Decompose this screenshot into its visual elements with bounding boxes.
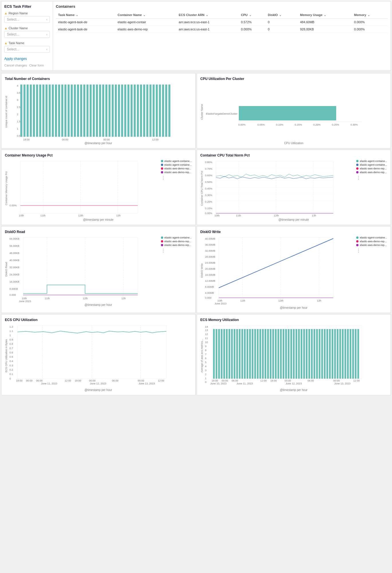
bar-item: [71, 85, 73, 137]
bar-item: [124, 85, 126, 137]
dr-y-32: 32.00KB: [9, 266, 19, 269]
bar-item: [121, 85, 123, 137]
clear-form-button[interactable]: Clear form: [29, 63, 44, 68]
region-select[interactable]: Select... ›: [4, 16, 50, 23]
bar-item: [61, 85, 63, 137]
col-cpu[interactable]: CPU ⌄: [239, 11, 266, 19]
dw-x-10: 10th: [217, 299, 222, 302]
x-12th: 12th: [78, 214, 83, 217]
ec-y-02: 0.2: [9, 368, 13, 371]
em-bar-item: [334, 329, 336, 379]
cluster-filter-group: ▲ Cluster Name Select... ›: [4, 26, 50, 38]
ec-y-10: 1: [9, 334, 11, 337]
container-memory-y-label: Container Memory Usage Pct: [5, 160, 8, 217]
dw-x-june: June 2023: [214, 302, 226, 305]
x3: 0.15%: [295, 123, 302, 126]
em-y-3: 3: [205, 369, 206, 372]
em-y-0: 0: [205, 381, 206, 384]
col-memory-usage[interactable]: Memory Usage ⌄: [298, 11, 352, 19]
ec-y-12: 1.2: [9, 325, 13, 328]
y-zero-label: 0.00%: [9, 204, 17, 207]
legend-dot-4: [161, 171, 163, 173]
em-y-10: 10: [205, 341, 208, 344]
cpu-norm-line-blue: [216, 176, 333, 179]
ecs-cpu-y-label: ECS CPU Utilization in Bytes: [5, 324, 8, 387]
em-y-2: 2: [205, 373, 206, 376]
ec-y-04: 0.4: [9, 360, 13, 363]
norm-chart-border: [216, 161, 333, 213]
em-bar-item: [311, 329, 313, 379]
dr-y-8: 8.00KB: [9, 288, 18, 290]
bar-item: [77, 85, 79, 137]
cell-cpu: 0.572%: [239, 19, 266, 26]
dw-label-2: elastic-aws-demo-rep...: [360, 240, 387, 243]
dr-x-11: 11th: [45, 297, 50, 300]
bar-item: [30, 85, 32, 137]
dw-legend-3: elastic-aws-demo-rep...: [356, 244, 387, 247]
ec-y-05: 0.5: [9, 355, 13, 358]
em-bar-item: [329, 329, 331, 379]
em-x-june13: June 13, 2023: [334, 382, 350, 385]
dw-x-11: 11th: [240, 299, 245, 302]
em-y-1: 1: [205, 377, 206, 380]
col-container-name[interactable]: Container Name ⌄: [115, 11, 176, 19]
table-row[interactable]: elastic-agent-task-de elastic-aws-demo-r…: [56, 26, 388, 33]
bar-item: [149, 85, 151, 137]
norm-legend-more-icon[interactable]: ⋮: [356, 175, 387, 181]
em-x-0000c: 00:00: [333, 379, 340, 382]
apply-changes-button[interactable]: Apply changes: [4, 56, 27, 61]
bar-item: [140, 85, 142, 137]
bar-item: [90, 85, 92, 137]
bar-item: [49, 85, 51, 137]
cluster-select-value: Select...: [7, 32, 19, 36]
em-bar-item: [319, 329, 320, 379]
bar-item: [109, 85, 111, 137]
table-row[interactable]: elastic-agent-task-de elastic-agent-cont…: [56, 19, 388, 26]
dw-more-icon[interactable]: ⋮: [356, 248, 387, 253]
col-cluster-arn[interactable]: ECS Cluster ARN ⌄: [176, 11, 239, 19]
x2: 0.10%: [276, 123, 283, 126]
task-select[interactable]: Select... ›: [4, 46, 50, 53]
legend-more-icon[interactable]: ⋮: [161, 175, 192, 181]
bar-item: [33, 85, 35, 137]
dr-more-icon[interactable]: ⋮: [161, 248, 192, 253]
dr-dot-3: [161, 244, 163, 246]
cluster-select[interactable]: Select... ›: [4, 31, 50, 38]
em-bar-item: [339, 329, 341, 379]
bar-item: [134, 85, 136, 137]
cpu-norm-y-70: 0.70%: [205, 167, 212, 170]
container-memory-footer: @timestamp per minute: [5, 218, 192, 221]
norm-legend-dot-3: [356, 167, 358, 170]
dr-x-12: 12th: [83, 297, 88, 300]
ecs-memory-svg: 14 13 12 11 10 9 8 7 6 5 4 3 2 1 0: [204, 324, 365, 387]
em-y-7: 7: [205, 353, 206, 356]
arn-sort-icon: ⌄: [206, 14, 208, 17]
em-x-1200a: 12:00: [260, 379, 267, 382]
col-task-name[interactable]: Task Name ⌄: [56, 11, 115, 19]
dw-dot-2: [356, 240, 358, 243]
norm-legend-label-2: elastic-agent-containe...: [360, 163, 387, 166]
legend-label-2: elastic-agent-containe...: [164, 163, 192, 166]
task-sort-icon: ⌄: [76, 14, 78, 17]
ec-y-00: 0: [9, 377, 11, 380]
em-x-june11: June 11, 2023: [237, 382, 253, 385]
em-bar-item: [332, 329, 333, 379]
em-y-4: 4: [205, 365, 206, 368]
em-bar-item: [296, 329, 297, 379]
em-x-1800b: 18:00: [270, 379, 277, 382]
dw-line-blue: [219, 238, 333, 288]
em-bar-item: [213, 329, 215, 379]
col-memory[interactable]: Memory ⌄: [352, 11, 388, 19]
em-bar-item: [249, 329, 251, 379]
col-diskio[interactable]: DiskIO ⌄: [265, 11, 298, 19]
em-y-12: 12: [205, 333, 208, 336]
bar-item: [162, 85, 164, 137]
diskio-write-title: DiskIO Write: [200, 230, 387, 234]
bar-item: [74, 85, 76, 137]
cpu-per-cluster-title: CPU Utilization Per Cluster: [200, 77, 387, 81]
dw-x-13: 13h: [317, 299, 321, 302]
bar-item: [52, 85, 54, 137]
cancel-changes-button[interactable]: Cancel changes: [4, 63, 27, 68]
container-cpu-norm-footer: @timestamp per minute: [200, 218, 387, 221]
ec-x-0600a: 06:00: [36, 379, 43, 382]
